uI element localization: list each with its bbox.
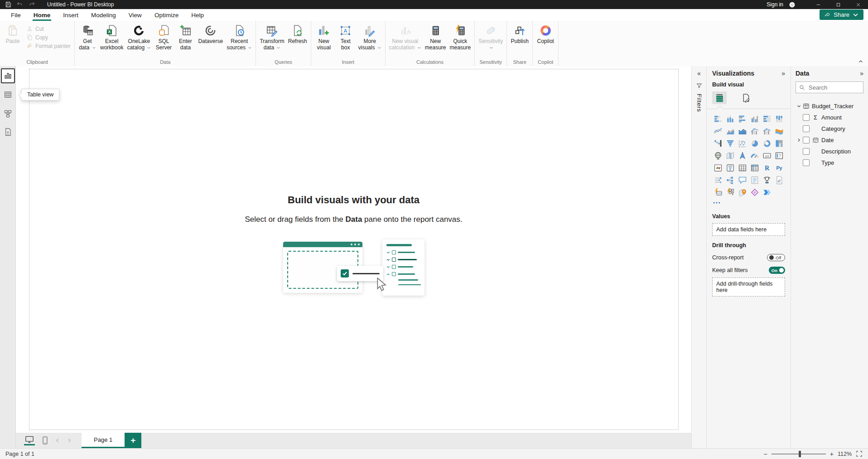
stacked-area-chart-icon[interactable]: [738, 127, 747, 136]
minimize-button[interactable]: [808, 0, 828, 9]
clustered-bar-chart-icon[interactable]: [738, 115, 747, 124]
gauge-icon[interactable]: [750, 151, 759, 160]
zoom-out-button[interactable]: −: [764, 450, 767, 458]
share-button[interactable]: Share: [820, 10, 863, 20]
power-automate-visual-icon[interactable]: [762, 188, 772, 197]
search-input[interactable]: [808, 84, 860, 91]
page-tab[interactable]: Page 1: [82, 433, 125, 448]
onelake-catalog-button[interactable]: OneLakecatalog: [125, 23, 153, 51]
field-row-description[interactable]: Description: [796, 146, 863, 157]
cross-report-toggle[interactable]: Off: [767, 254, 785, 261]
collapse-data-chevron[interactable]: »: [860, 70, 863, 77]
zoom-slider[interactable]: [772, 454, 826, 454]
field-checkbox-type[interactable]: [803, 159, 810, 166]
zoom-in-button[interactable]: +: [830, 450, 834, 458]
azure-map-icon[interactable]: [738, 151, 747, 160]
smart-narrative-icon[interactable]: [750, 176, 759, 185]
add-drill-through-well[interactable]: Add drill-through fields here: [712, 277, 785, 296]
arcgis-map-icon[interactable]: [738, 188, 747, 197]
ribbon-chart-icon[interactable]: [775, 127, 784, 136]
sign-in-button[interactable]: Sign in: [767, 1, 783, 8]
data-search-box[interactable]: [796, 81, 863, 93]
python-visual-icon[interactable]: Py: [775, 163, 784, 172]
matrix-icon[interactable]: [750, 163, 759, 172]
undo-icon[interactable]: [16, 1, 24, 8]
format-visual-tab[interactable]: [738, 91, 753, 104]
account-avatar[interactable]: [789, 1, 796, 8]
dataverse-button[interactable]: Dataverse: [196, 23, 225, 44]
add-page-button[interactable]: +: [125, 433, 141, 448]
redo-icon[interactable]: [28, 1, 35, 8]
map-icon[interactable]: [714, 151, 723, 160]
get-data-button[interactable]: Getdata: [77, 23, 98, 51]
field-checkbox-date[interactable]: [803, 137, 810, 143]
r-script-visual-icon[interactable]: R: [762, 163, 772, 172]
sql-server-button[interactable]: SQLServer: [153, 23, 174, 51]
report-canvas[interactable]: Table view Build visuals with your data …: [16, 66, 691, 448]
keep-all-filters-toggle[interactable]: On: [769, 267, 785, 274]
card-new-icon[interactable]: 123: [714, 188, 723, 197]
transform-data-button[interactable]: Transformdata: [258, 23, 286, 51]
collapse-ribbon-chevron[interactable]: [858, 59, 863, 64]
quick-measure-button[interactable]: Quickmeasure: [448, 23, 473, 51]
stacked-bar-chart-icon[interactable]: [714, 115, 723, 124]
stacked-column-chart-icon[interactable]: [726, 115, 735, 124]
field-checkbox-amount[interactable]: [803, 114, 810, 121]
metrics-icon[interactable]: [762, 176, 772, 185]
line-chart-icon[interactable]: [714, 127, 723, 136]
chevron-right-icon[interactable]: [796, 138, 802, 143]
clustered-column-chart-icon[interactable]: [750, 115, 759, 124]
close-button[interactable]: [848, 0, 868, 9]
fit-to-page-icon[interactable]: [856, 450, 863, 457]
scatter-chart-icon[interactable]: [738, 139, 747, 148]
build-visual-tab[interactable]: [712, 91, 727, 104]
sidebar-item-table-view[interactable]: [1, 88, 14, 101]
multi-row-card-icon[interactable]: [775, 151, 784, 160]
filled-map-icon[interactable]: [726, 151, 735, 160]
field-row-date[interactable]: Date: [796, 134, 863, 146]
sensitivity-button[interactable]: Sensitivity: [477, 23, 505, 51]
next-page-arrow[interactable]: [67, 438, 72, 443]
refresh-button[interactable]: Refresh: [286, 23, 309, 44]
desktop-layout-button[interactable]: [24, 435, 35, 445]
card-icon[interactable]: 123: [762, 151, 772, 160]
funnel-chart-icon[interactable]: [726, 139, 735, 148]
donut-chart-icon[interactable]: [762, 139, 772, 148]
save-icon[interactable]: [5, 1, 12, 8]
filters-pane-title[interactable]: Filters: [696, 94, 703, 112]
100-stacked-bar-chart-icon[interactable]: [762, 115, 772, 124]
zoom-slider-handle[interactable]: [799, 451, 801, 457]
field-checkbox-category[interactable]: [803, 125, 810, 132]
text-box-button[interactable]: ATextbox: [335, 23, 357, 51]
slicer-new-icon[interactable]: [726, 188, 735, 197]
paginated-report-icon[interactable]: [775, 176, 784, 185]
copy-button[interactable]: Copy: [26, 34, 71, 41]
sidebar-item-dax-query-view[interactable]: [1, 125, 14, 139]
excel-workbook-button[interactable]: XExcelworkbook: [98, 23, 125, 51]
slicer-icon[interactable]: [726, 163, 735, 172]
q-and-a-icon[interactable]: [738, 176, 747, 185]
pie-chart-icon[interactable]: [750, 139, 759, 148]
add-data-fields-well[interactable]: Add data fields here: [712, 223, 785, 236]
kpi-icon[interactable]: [714, 163, 723, 172]
menu-tab-file[interactable]: File: [6, 10, 25, 20]
publish-button[interactable]: Publish: [509, 23, 530, 44]
decomposition-tree-icon[interactable]: [726, 176, 735, 185]
line-and-stacked-column-chart-icon[interactable]: [750, 127, 759, 136]
key-influencers-icon[interactable]: [714, 176, 723, 185]
area-chart-icon[interactable]: [726, 127, 735, 136]
expand-filters-chevron[interactable]: «: [697, 70, 701, 77]
cut-button[interactable]: Cut: [26, 25, 71, 32]
table-icon[interactable]: [738, 163, 747, 172]
previous-page-arrow[interactable]: [55, 438, 60, 443]
field-row-type[interactable]: Type: [796, 157, 863, 168]
field-row-category[interactable]: Category: [796, 123, 863, 134]
format-painter-button[interactable]: Format painter: [26, 43, 71, 49]
maximize-button[interactable]: [828, 0, 848, 9]
more-visuals-ellipsis[interactable]: [712, 200, 785, 206]
field-checkbox-description[interactable]: [803, 148, 810, 155]
copilot-button[interactable]: Copilot: [535, 23, 556, 44]
menu-tab-help[interactable]: Help: [187, 10, 208, 20]
recent-sources-button[interactable]: Recentsources: [225, 23, 254, 51]
treemap-icon[interactable]: [775, 139, 784, 148]
